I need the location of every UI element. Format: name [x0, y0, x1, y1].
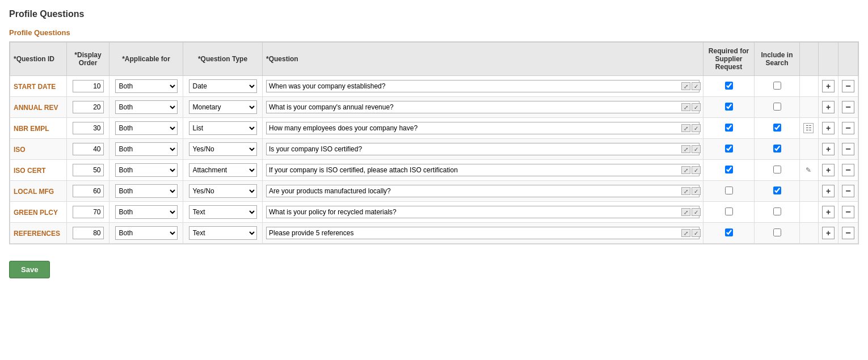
- list-icon[interactable]: ☷: [803, 123, 814, 133]
- pencil-icon[interactable]: ✎: [803, 165, 814, 175]
- required-supplier-checkbox[interactable]: [725, 145, 733, 153]
- include-search-checkbox[interactable]: [773, 207, 781, 215]
- applicable-for-select[interactable]: BothSupplierCustomer: [115, 184, 178, 198]
- add-row-button[interactable]: +: [822, 101, 835, 113]
- display-order-cell: [67, 118, 109, 139]
- edit-icon[interactable]: ✓: [692, 124, 701, 132]
- remove-row-button[interactable]: −: [842, 206, 854, 218]
- display-order-header: *DisplayOrder: [67, 43, 109, 76]
- question-input[interactable]: [266, 185, 700, 197]
- display-order-input[interactable]: [73, 101, 104, 113]
- applicable-for-select[interactable]: BothSupplierCustomer: [115, 226, 178, 240]
- display-order-input[interactable]: [73, 122, 104, 134]
- remove-row-cell: −: [838, 97, 858, 118]
- applicable-for-select[interactable]: BothSupplierCustomer: [115, 121, 178, 135]
- add-row-button[interactable]: +: [822, 227, 835, 239]
- edit-icon[interactable]: ✓: [692, 166, 701, 174]
- add-row-button[interactable]: +: [822, 122, 835, 134]
- applicable-for-select[interactable]: BothSupplierCustomer: [115, 163, 178, 177]
- applicable-for-select[interactable]: BothSupplierCustomer: [115, 100, 178, 114]
- remove-row-button[interactable]: −: [842, 164, 854, 176]
- remove-row-button[interactable]: −: [842, 185, 854, 197]
- required-supplier-checkbox[interactable]: [725, 228, 733, 236]
- expand-icon[interactable]: ⤢: [681, 82, 690, 90]
- display-order-input[interactable]: [73, 206, 104, 218]
- add-row-button[interactable]: +: [822, 80, 835, 92]
- question-input[interactable]: [266, 227, 700, 239]
- display-order-input[interactable]: [73, 185, 104, 197]
- include-search-checkbox[interactable]: [773, 145, 781, 153]
- include-search-checkbox[interactable]: [773, 187, 781, 194]
- table-row: GREEN PLCYBothSupplierCustomerDateMoneta…: [10, 202, 858, 223]
- edit-icon[interactable]: ✓: [692, 145, 701, 153]
- remove-row-button[interactable]: −: [842, 101, 854, 113]
- add-row-button[interactable]: +: [822, 143, 835, 155]
- edit-icon[interactable]: ✓: [692, 187, 701, 195]
- extra-icon-cell: [800, 223, 819, 244]
- question-type-select[interactable]: DateMonetaryListYes/NoAttachmentText: [189, 121, 257, 135]
- question-id-value: ANNUAL REV: [14, 104, 58, 112]
- expand-icon[interactable]: ⤢: [681, 145, 690, 153]
- required-supplier-checkbox[interactable]: [725, 82, 733, 90]
- include-search-checkbox[interactable]: [773, 228, 781, 236]
- question-input[interactable]: [266, 164, 700, 176]
- save-button[interactable]: Save: [9, 261, 50, 278]
- add-row-button[interactable]: +: [822, 206, 835, 218]
- question-type-select[interactable]: DateMonetaryListYes/NoAttachmentText: [189, 142, 257, 156]
- display-order-input[interactable]: [73, 80, 104, 92]
- question-id-cell: LOCAL MFG: [10, 181, 67, 202]
- expand-icon[interactable]: ⤢: [681, 187, 690, 195]
- expand-icon[interactable]: ⤢: [681, 229, 690, 237]
- required-supplier-checkbox[interactable]: [725, 103, 733, 111]
- display-order-input[interactable]: [73, 164, 104, 176]
- include-search-checkbox[interactable]: [773, 166, 781, 173]
- expand-icon[interactable]: ⤢: [681, 166, 690, 174]
- question-input[interactable]: [266, 143, 700, 155]
- required-supplier-checkbox[interactable]: [725, 207, 733, 215]
- question-id-header: *Question ID: [10, 43, 67, 76]
- question-input[interactable]: [266, 122, 700, 134]
- question-type-select[interactable]: DateMonetaryListYes/NoAttachmentText: [189, 100, 257, 114]
- applicable-for-select[interactable]: BothSupplierCustomer: [115, 142, 178, 156]
- question-input[interactable]: [266, 206, 700, 218]
- table-row: ANNUAL REVBothSupplierCustomerDateMoneta…: [10, 97, 858, 118]
- required-supplier-checkbox[interactable]: [725, 166, 733, 173]
- required-supplier-cell: [703, 97, 755, 118]
- expand-icon[interactable]: ⤢: [681, 208, 690, 216]
- applicable-for-select[interactable]: BothSupplierCustomer: [115, 205, 178, 219]
- display-order-input[interactable]: [73, 143, 104, 155]
- question-type-select[interactable]: DateMonetaryListYes/NoAttachmentText: [189, 226, 257, 240]
- extra-icon-cell: [800, 202, 819, 223]
- display-order-cell: [67, 97, 109, 118]
- add-row-button[interactable]: +: [822, 164, 835, 176]
- expand-icon[interactable]: ⤢: [681, 124, 690, 132]
- edit-icon[interactable]: ✓: [692, 82, 701, 90]
- include-search-checkbox[interactable]: [773, 82, 781, 90]
- edit-icon[interactable]: ✓: [692, 103, 701, 111]
- remove-row-button[interactable]: −: [842, 122, 854, 134]
- expand-icon[interactable]: ⤢: [681, 103, 690, 111]
- question-id-value: REFERENCES: [14, 230, 60, 238]
- question-type-select[interactable]: DateMonetaryListYes/NoAttachmentText: [189, 163, 257, 177]
- remove-row-button[interactable]: −: [842, 80, 854, 92]
- question-cell: ⤢✓: [263, 76, 703, 97]
- question-input[interactable]: [266, 80, 700, 92]
- include-search-checkbox[interactable]: [773, 124, 781, 132]
- include-search-cell: [755, 223, 800, 244]
- required-supplier-checkbox[interactable]: [725, 187, 733, 194]
- question-type-select[interactable]: DateMonetaryListYes/NoAttachmentText: [189, 184, 257, 198]
- remove-row-button[interactable]: −: [842, 143, 854, 155]
- display-order-input[interactable]: [73, 227, 104, 239]
- question-type-select[interactable]: DateMonetaryListYes/NoAttachmentText: [189, 79, 257, 93]
- question-input[interactable]: [266, 101, 700, 113]
- question-type-select[interactable]: DateMonetaryListYes/NoAttachmentText: [189, 205, 257, 219]
- required-supplier-checkbox[interactable]: [725, 124, 733, 132]
- remove-row-cell: −: [838, 139, 858, 160]
- include-search-checkbox[interactable]: [773, 103, 781, 111]
- remove-row-button[interactable]: −: [842, 227, 854, 239]
- edit-icon[interactable]: ✓: [692, 229, 701, 237]
- add-row-button[interactable]: +: [822, 185, 835, 197]
- include-search-cell: [755, 139, 800, 160]
- applicable-for-select[interactable]: BothSupplierCustomer: [115, 79, 178, 93]
- edit-icon[interactable]: ✓: [692, 208, 701, 216]
